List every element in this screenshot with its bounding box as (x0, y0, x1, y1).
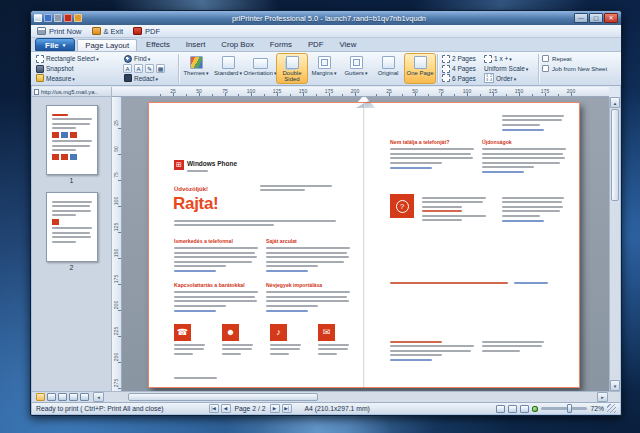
custom-pages-button[interactable]: 1 x + (483, 54, 535, 64)
repeat-checkbox-row[interactable]: Repeat (542, 54, 616, 64)
resize-grip[interactable] (607, 404, 616, 413)
vertical-scrollbar[interactable]: ▴ ▾ (609, 97, 620, 391)
horizontal-scroll-thumb[interactable] (128, 393, 318, 401)
first-page-button[interactable]: |◀ (209, 404, 219, 413)
windows-phone-logo: ⊞ Windows Phone (174, 160, 237, 174)
margins-button[interactable]: Margins (308, 53, 340, 84)
pdf-export-button[interactable]: PDF (133, 27, 160, 36)
uniform-scale-button[interactable]: Uniform Scale (483, 64, 535, 74)
order-button[interactable]: 1 2 3 4 Order (483, 73, 535, 83)
four-pages-button[interactable]: 4 Pages (441, 64, 479, 74)
custom-grid-icon (484, 55, 492, 63)
tab-forms[interactable]: Forms (263, 39, 299, 51)
vertical-scroll-thumb[interactable] (611, 109, 619, 201)
tab-effects[interactable]: Effects (139, 39, 177, 51)
print-icon[interactable] (54, 14, 62, 22)
close-button[interactable]: ✕ (604, 13, 618, 23)
font-shrink-icon[interactable]: A (134, 64, 143, 73)
text-line (52, 201, 92, 203)
minimize-button[interactable]: — (574, 13, 588, 23)
page-thumbnail-2[interactable] (46, 192, 98, 262)
two-pages-button[interactable]: 2 Pages (441, 54, 479, 64)
save-icon[interactable] (44, 14, 52, 22)
tab-page-layout[interactable]: Page Layout (77, 39, 137, 51)
repeat-checkbox[interactable] (542, 55, 549, 62)
font-grow-icon[interactable]: A (123, 64, 132, 73)
ruler-tick (118, 310, 121, 311)
page-thumbnail-1[interactable] (46, 105, 98, 175)
link-line (502, 220, 544, 222)
ruler-tick (277, 93, 278, 96)
continuous-view-icon[interactable] (58, 393, 67, 401)
scroll-up-icon[interactable]: ▴ (610, 97, 620, 108)
ready-status-text: Ready to print ( Ctrl+P: Print All and c… (36, 405, 164, 412)
job-from-new-sheet-checkbox[interactable] (542, 65, 549, 72)
thumbnails-view-icon[interactable] (69, 393, 78, 401)
preview-page-left[interactable]: ⊞ Windows Phone Üdvözöljük! Rajta! Ismer… (148, 102, 364, 388)
scroll-down-icon[interactable]: ▾ (610, 380, 620, 391)
print-and-exit-button[interactable]: & Exit (92, 27, 124, 36)
brand-tagline (187, 170, 221, 172)
text-line (52, 149, 77, 151)
horizontal-scroll-track[interactable] (104, 392, 597, 402)
page-spread[interactable]: ⊞ Windows Phone Üdvözöljük! Rajta! Ismer… (148, 102, 580, 388)
original-label: Original (378, 70, 399, 76)
zoom-slider[interactable] (541, 407, 587, 410)
text-line (187, 170, 208, 172)
themes-button[interactable]: Themes (180, 53, 212, 84)
tab-crop-box[interactable]: Crop Box (214, 39, 261, 51)
tab-pdf[interactable]: PDF (301, 39, 331, 51)
orientation-button[interactable]: Orientation (244, 53, 276, 84)
standard-label: Standard (214, 70, 242, 76)
preview-page-right[interactable]: Nem találja a telefonját? Újdonságok ? (364, 102, 580, 388)
fit-page-icon[interactable] (508, 405, 517, 413)
standard-button[interactable]: Standard (212, 53, 244, 84)
gutters-button[interactable]: Gutters (340, 53, 372, 84)
previous-page-button[interactable]: ◀ (221, 404, 231, 413)
print-preview-area[interactable]: ⊞ Windows Phone Üdvözöljük! Rajta! Ismer… (122, 97, 609, 391)
email-icon[interactable] (74, 14, 82, 22)
job-from-new-sheet-checkbox-row[interactable]: Job from New Sheet (542, 64, 616, 74)
highlight-icon[interactable]: ▦ (156, 64, 165, 73)
zoom-slider-thumb[interactable] (567, 404, 572, 413)
tab-view[interactable]: View (333, 39, 364, 51)
redact-button[interactable]: Redact (123, 73, 175, 83)
ruler-tick (225, 93, 226, 96)
text-line (390, 157, 473, 159)
tile-caption (318, 344, 349, 355)
double-sided-button[interactable]: Double Sided (276, 53, 308, 84)
ruler-tick (173, 93, 174, 96)
text-line (502, 115, 564, 117)
find-label: Find (134, 55, 150, 62)
six-pages-button[interactable]: 6 Pages (441, 73, 479, 83)
ruler-tick (545, 93, 546, 96)
status-bar: Ready to print ( Ctrl+P: Print All and c… (32, 402, 620, 414)
maximize-button[interactable]: ▢ (589, 13, 603, 23)
original-button[interactable]: Original (372, 53, 404, 84)
print-now-button[interactable]: Print Now (37, 27, 82, 36)
pdf-icon[interactable] (64, 14, 72, 22)
measure-button[interactable]: Measure (35, 73, 119, 83)
app-icon[interactable] (34, 14, 42, 22)
tab-insert[interactable]: Insert (179, 39, 213, 51)
rectangle-select-button[interactable]: Rectangle Select (35, 54, 119, 64)
find-button[interactable]: Find (123, 54, 175, 64)
snapshot-button[interactable]: Snapshot (35, 64, 119, 74)
ruler-tick (402, 94, 403, 96)
next-page-button[interactable]: ▶ (270, 404, 280, 413)
single-page-view-icon[interactable] (36, 393, 45, 401)
book-view-icon[interactable] (80, 393, 89, 401)
facing-pages-view-icon[interactable] (47, 393, 56, 401)
pen-icon[interactable]: ✎ (145, 64, 154, 73)
fit-width-icon[interactable] (496, 405, 505, 413)
last-page-button[interactable]: ▶| (282, 404, 292, 413)
file-menu-button[interactable]: File (35, 38, 75, 51)
one-page-button[interactable]: One Page (404, 53, 436, 84)
text-line (422, 197, 486, 199)
scroll-right-icon[interactable]: ▸ (597, 392, 608, 402)
actual-size-icon[interactable] (520, 405, 529, 413)
scroll-left-icon[interactable]: ◂ (93, 392, 104, 402)
text-line (174, 344, 205, 346)
order-cell: 4 (489, 78, 493, 82)
ruler-tick (355, 93, 356, 96)
